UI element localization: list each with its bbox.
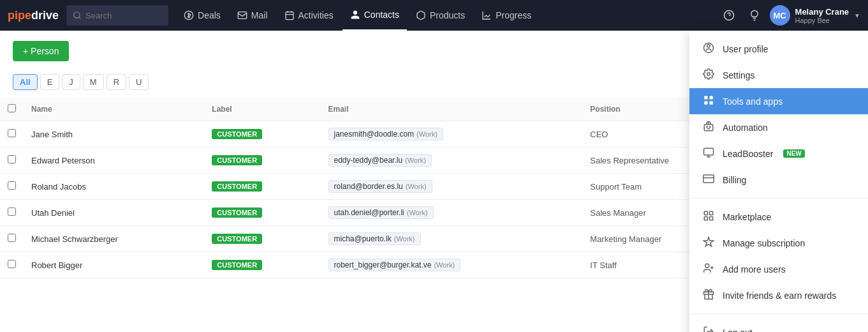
- row-name[interactable]: Utah Deniel: [24, 200, 204, 226]
- top-navigation: pipedrive Deals Mail Activities Contacts: [0, 0, 868, 31]
- row-checkbox-5[interactable]: [8, 260, 16, 268]
- row-label: CUSTOMER: [204, 147, 320, 174]
- label-badge: CUSTOMER: [212, 234, 262, 244]
- gear-icon: [702, 68, 715, 82]
- nav-item-contacts[interactable]: Contacts: [342, 0, 407, 31]
- nav-item-activities[interactable]: Activities: [277, 0, 341, 31]
- email-type: (Work): [416, 130, 438, 138]
- help-icon: [723, 10, 735, 21]
- filter-tab-j[interactable]: J: [62, 74, 80, 90]
- filter-tab-m[interactable]: M: [83, 74, 104, 90]
- row-name[interactable]: Robert Bigger: [24, 252, 204, 278]
- label-badge: CUSTOMER: [212, 155, 262, 165]
- user-sub: Happy Bee: [795, 17, 850, 24]
- help-button[interactable]: [719, 5, 739, 26]
- row-email: roland@border.es.lu (Work): [321, 174, 583, 200]
- row-name[interactable]: Roland Jacobs: [24, 174, 204, 200]
- row-email: janesmith@doodle.com (Work): [321, 121, 583, 147]
- row-checkbox-3[interactable]: [8, 207, 16, 216]
- email-type: (Work): [434, 261, 455, 269]
- row-checkbox-2[interactable]: [8, 181, 16, 190]
- email-tag[interactable]: utah.deniel@porter.li (Work): [328, 206, 434, 219]
- row-name[interactable]: Jane Smith: [24, 121, 204, 147]
- email-tag[interactable]: roland@border.es.lu (Work): [328, 180, 432, 193]
- menu-divider: [689, 313, 868, 314]
- row-checkbox-cell: [0, 174, 24, 200]
- th-label: Label: [204, 98, 320, 121]
- svg-point-12: [707, 126, 708, 128]
- email-tag[interactable]: janesmith@doodle.com (Work): [328, 128, 443, 140]
- row-checkbox-1[interactable]: [8, 155, 16, 163]
- row-name[interactable]: Edward Peterson: [24, 147, 204, 174]
- email-tag[interactable]: eddy-teddy@bear.lu (Work): [328, 154, 432, 167]
- svg-rect-9: [704, 102, 707, 105]
- avatar: MC: [770, 5, 790, 26]
- menu-item-logout[interactable]: Log out: [689, 319, 868, 332]
- user-menu-trigger[interactable]: MC Melany Crane Happy Bee ▼: [770, 5, 860, 26]
- menu-item-user-profile[interactable]: User profile: [689, 36, 868, 62]
- filter-tab-r[interactable]: R: [107, 74, 126, 90]
- select-all-checkbox[interactable]: [8, 104, 16, 112]
- svg-rect-10: [710, 102, 713, 105]
- menu-item-invite-friends[interactable]: Invite friends & earn rewards: [689, 282, 868, 308]
- row-label: CUSTOMER: [204, 200, 320, 226]
- email-tag[interactable]: micha@puerto.lk (Work): [328, 232, 421, 245]
- menu-item-tools-apps[interactable]: Tools and apps: [689, 88, 868, 114]
- menu-item-marketplace[interactable]: Marketplace: [689, 204, 868, 230]
- add-user-icon: [702, 262, 715, 276]
- dropdown-menu: User profile Settings Tools and apps Aut…: [689, 31, 868, 332]
- row-checkbox-cell: [0, 252, 24, 278]
- nav-item-products-label: Products: [430, 10, 465, 20]
- user-name: Melany Crane: [795, 7, 850, 17]
- menu-item-leadbooster[interactable]: LeadBoosterNEW: [689, 140, 868, 167]
- search-input[interactable]: [85, 11, 156, 20]
- svg-rect-19: [710, 217, 713, 220]
- menu-item-label: LeadBooster: [723, 149, 773, 159]
- menu-item-manage-subscription[interactable]: Manage subscription: [689, 230, 868, 256]
- th-email: Email: [321, 98, 583, 121]
- menu-item-settings[interactable]: Settings: [689, 62, 868, 88]
- menu-item-automation[interactable]: Automation: [689, 114, 868, 140]
- svg-rect-8: [710, 96, 713, 99]
- row-name[interactable]: Michael Schwarzberger: [24, 226, 204, 252]
- row-checkbox-0[interactable]: [8, 129, 16, 137]
- svg-rect-15: [703, 175, 714, 183]
- email-tag[interactable]: robert_bigger@burger.kat.ve (Work): [328, 259, 461, 271]
- svg-rect-7: [704, 96, 707, 99]
- nav-items: Deals Mail Activities Contacts Products …: [176, 0, 716, 31]
- nav-item-mail[interactable]: Mail: [230, 0, 276, 31]
- nav-item-progress[interactable]: Progress: [474, 0, 539, 31]
- search-box[interactable]: [66, 5, 168, 26]
- notifications-button[interactable]: [744, 5, 765, 26]
- filter-tab-e[interactable]: E: [40, 74, 60, 90]
- menu-item-label: User profile: [723, 44, 769, 54]
- nav-item-products[interactable]: Products: [408, 0, 473, 31]
- menu-item-label: Add more users: [723, 264, 786, 275]
- row-label: CUSTOMER: [204, 174, 320, 200]
- menu-item-add-users[interactable]: Add more users: [689, 256, 868, 282]
- monitor-icon: [702, 147, 715, 160]
- logo: pipedrive: [8, 9, 59, 22]
- row-checkbox-cell: [0, 121, 24, 147]
- email-address: robert_bigger@burger.kat.ve: [334, 260, 432, 269]
- menu-item-billing[interactable]: Billing: [689, 167, 868, 193]
- person-icon: [350, 10, 360, 20]
- svg-rect-3: [286, 12, 293, 20]
- row-checkbox-cell: [0, 226, 24, 252]
- menu-item-label: Billing: [723, 175, 746, 185]
- email-address: utah.deniel@porter.li: [334, 208, 404, 217]
- filter-tab-u[interactable]: U: [129, 74, 149, 90]
- row-label: CUSTOMER: [204, 252, 320, 278]
- row-checkbox-4[interactable]: [8, 234, 16, 242]
- nav-item-deals[interactable]: Deals: [176, 0, 228, 31]
- svg-point-13: [710, 126, 711, 128]
- add-person-button[interactable]: + Person: [13, 41, 69, 61]
- svg-rect-18: [704, 217, 707, 220]
- menu-item-label: Log out: [723, 328, 753, 333]
- filter-tab-all[interactable]: All: [13, 74, 38, 90]
- email-type: (Work): [406, 183, 427, 190]
- box-icon: [416, 10, 426, 20]
- nav-item-activities-label: Activities: [298, 10, 334, 20]
- sparkle-icon: [702, 236, 715, 250]
- bulb-icon: [749, 10, 760, 21]
